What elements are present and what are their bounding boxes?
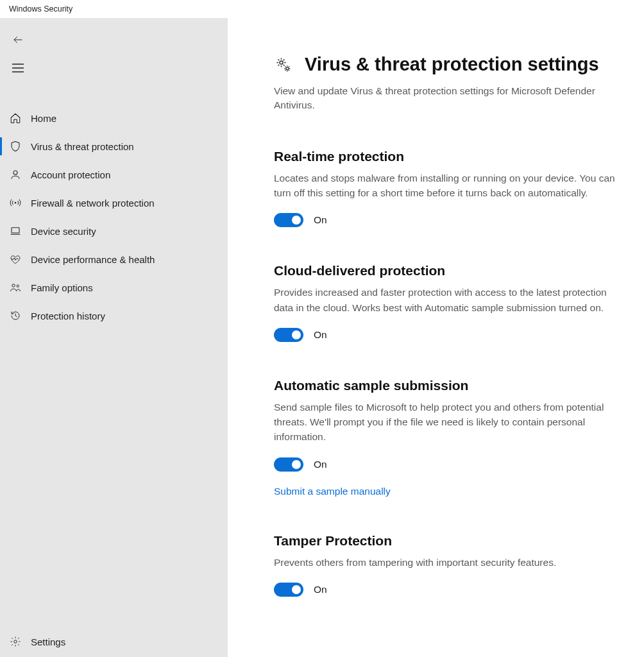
gear-icon <box>9 635 22 648</box>
sidebar-item-account[interactable]: Account protection <box>0 160 228 189</box>
section-title: Automatic sample submission <box>274 378 618 393</box>
sidebar-item-virus-threat[interactable]: Virus & threat protection <box>0 132 228 160</box>
broadcast-icon <box>9 196 22 209</box>
svg-point-4 <box>17 285 19 287</box>
toggle-state-label: On <box>314 584 327 595</box>
heart-pulse-icon <box>9 253 22 266</box>
window-titlebar: Windows Security <box>0 0 644 18</box>
toggle-state-label: On <box>314 214 327 226</box>
section-description: Send sample files to Microsoft to help p… <box>274 400 618 445</box>
section-title: Cloud-delivered protection <box>274 263 618 278</box>
toggle-row: On <box>274 213 618 227</box>
page-title: Virus & threat protection settings <box>305 54 599 75</box>
tamper-toggle[interactable] <box>274 583 303 597</box>
main-content: Virus & threat protection settings View … <box>228 18 644 657</box>
section-description: Prevents others from tampering with impo… <box>274 555 618 570</box>
sidebar-item-family[interactable]: Family options <box>0 273 228 302</box>
svg-rect-2 <box>12 228 19 233</box>
cloud-toggle[interactable] <box>274 328 303 342</box>
section-sample: Automatic sample submission Send sample … <box>274 378 618 497</box>
toggle-row: On <box>274 328 618 342</box>
svg-point-0 <box>13 171 17 175</box>
back-button[interactable] <box>4 26 32 54</box>
section-title: Tamper Protection <box>274 533 618 549</box>
section-cloud: Cloud-delivered protection Provides incr… <box>274 263 618 342</box>
sidebar-nav: Home Virus & threat protection Account p… <box>0 104 228 330</box>
section-description: Provides increased and faster protection… <box>274 285 618 315</box>
toggle-row: On <box>274 457 618 472</box>
section-title: Real-time protection <box>274 149 618 164</box>
sample-toggle[interactable] <box>274 457 303 472</box>
svg-point-1 <box>15 202 17 204</box>
history-icon <box>9 309 22 322</box>
sidebar-item-label: Virus & threat protection <box>31 141 134 152</box>
toggle-row: On <box>274 583 618 597</box>
sidebar-item-label: Protection history <box>31 311 105 321</box>
toggle-state-label: On <box>314 329 327 341</box>
svg-point-6 <box>280 60 283 64</box>
sidebar-settings[interactable]: Settings <box>0 626 228 657</box>
sidebar-item-label: Device security <box>31 226 96 237</box>
page-description: View and update Virus & threat protectio… <box>274 84 618 113</box>
sidebar-item-home[interactable]: Home <box>0 104 228 132</box>
app-shell: Home Virus & threat protection Account p… <box>0 18 644 657</box>
hamburger-button[interactable] <box>4 54 32 82</box>
window-title: Windows Security <box>9 4 72 13</box>
page-header: Virus & threat protection settings <box>274 54 618 75</box>
sidebar-item-label: Home <box>31 113 56 124</box>
laptop-icon <box>9 225 22 237</box>
svg-point-7 <box>286 67 289 69</box>
sidebar-item-label: Firewall & network protection <box>31 198 155 209</box>
family-icon <box>9 281 22 294</box>
section-realtime: Real-time protection Locates and stops m… <box>274 149 618 228</box>
sidebar-item-device-security[interactable]: Device security <box>0 217 228 245</box>
sidebar-item-performance[interactable]: Device performance & health <box>0 245 228 273</box>
gears-icon <box>274 55 293 74</box>
svg-point-3 <box>12 284 15 287</box>
sidebar-item-label: Account protection <box>31 169 110 180</box>
sidebar-item-label: Device performance & health <box>31 254 155 265</box>
sidebar: Home Virus & threat protection Account p… <box>0 18 228 657</box>
arrow-left-icon <box>12 34 24 46</box>
sidebar-item-history[interactable]: Protection history <box>0 302 228 330</box>
hamburger-icon <box>12 64 24 73</box>
sidebar-item-firewall[interactable]: Firewall & network protection <box>0 189 228 217</box>
realtime-toggle[interactable] <box>274 213 303 227</box>
sidebar-item-label: Family options <box>31 282 93 293</box>
svg-point-5 <box>14 640 17 644</box>
home-icon <box>9 112 22 124</box>
sidebar-settings-label: Settings <box>31 636 65 647</box>
shield-icon <box>9 140 22 153</box>
submit-sample-link[interactable]: Submit a sample manually <box>274 486 391 497</box>
section-description: Locates and stops malware from installin… <box>274 171 618 201</box>
person-icon <box>9 168 22 181</box>
toggle-state-label: On <box>314 459 327 470</box>
section-tamper: Tamper Protection Prevents others from t… <box>274 533 618 597</box>
